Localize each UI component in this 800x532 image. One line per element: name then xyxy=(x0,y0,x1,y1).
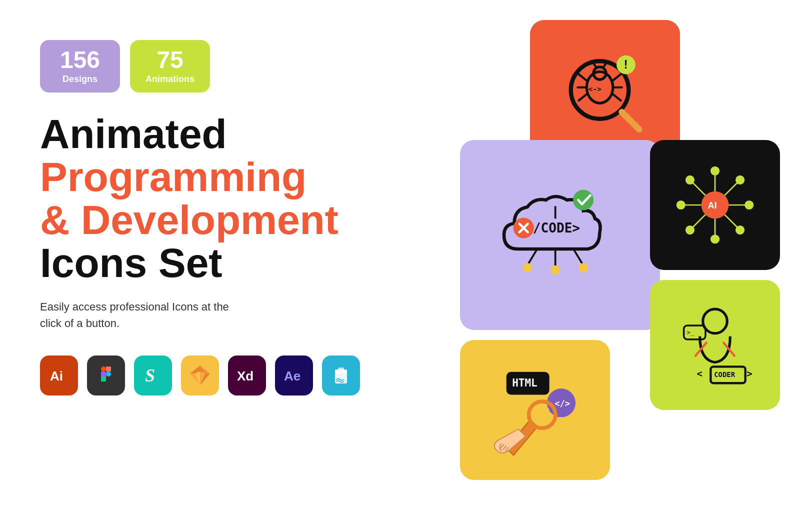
html-wrench-card: HTML </> xyxy=(460,340,610,480)
title-line3: & Development xyxy=(40,198,360,242)
badges-row: 156 Designs 75 Animations xyxy=(40,40,360,92)
svg-text:!: ! xyxy=(624,58,628,71)
sketch-svg-icon xyxy=(187,362,213,388)
tool-illustrator-icon: Ai xyxy=(40,356,78,396)
svg-line-38 xyxy=(528,250,537,266)
iconscout-svg-icon xyxy=(328,362,354,388)
figma-svg-icon xyxy=(93,362,119,388)
cloud-code-icon: </CODE> xyxy=(490,168,630,302)
svg-text:Xd: Xd xyxy=(237,368,254,384)
animations-number: 75 xyxy=(144,48,196,72)
svg-line-25 xyxy=(579,74,587,81)
bug-search-icon: <-> ! xyxy=(552,41,658,139)
svg-text:S: S xyxy=(145,366,155,386)
tool-figma-icon xyxy=(87,356,125,396)
coder-card: CODER < > >_ xyxy=(650,280,780,410)
svg-point-67 xyxy=(703,309,728,334)
svg-point-59 xyxy=(710,166,720,176)
right-panel: <-> ! </CODE> xyxy=(420,20,780,510)
svg-line-30 xyxy=(613,94,621,100)
designs-label: Designs xyxy=(54,74,106,84)
svg-rect-6 xyxy=(101,376,106,382)
animations-badge: 75 Animations xyxy=(130,40,210,92)
coder-icon: CODER < > >_ xyxy=(670,300,760,390)
xd-svg-icon: Xd xyxy=(234,362,260,388)
svg-text:Ai: Ai xyxy=(50,368,63,384)
svg-text:Ae: Ae xyxy=(284,368,300,384)
left-panel: 156 Designs 75 Animations Animated Progr… xyxy=(40,40,360,396)
svg-text:HTML: HTML xyxy=(512,377,538,389)
svg-line-27 xyxy=(579,94,587,100)
title-line4: Icons Set xyxy=(40,242,360,284)
svg-point-63 xyxy=(686,176,694,184)
svg-point-60 xyxy=(710,234,720,244)
svg-rect-4 xyxy=(101,372,106,376)
tool-siteflow-icon: S xyxy=(134,356,172,396)
ai-svg-icon: Ai xyxy=(46,362,72,388)
svg-line-28 xyxy=(613,74,621,81)
svg-text:</>: </> xyxy=(554,398,570,408)
title-line2: Programming xyxy=(40,156,360,198)
svg-point-61 xyxy=(676,200,686,210)
svg-point-41 xyxy=(522,263,532,272)
cloud-code-card: </CODE> xyxy=(460,140,660,330)
svg-point-62 xyxy=(744,200,754,210)
svg-line-40 xyxy=(574,250,584,266)
ae-svg-icon: Ae xyxy=(281,362,307,388)
svg-text:<->: <-> xyxy=(588,84,602,93)
svg-rect-2 xyxy=(101,366,106,372)
tool-ae-icon: Ae xyxy=(275,356,313,396)
main-title: Animated Programming & Development Icons… xyxy=(40,112,360,284)
svg-rect-5 xyxy=(106,372,111,376)
svg-point-64 xyxy=(736,176,744,184)
svg-point-42 xyxy=(550,266,560,275)
bug-search-card: <-> ! xyxy=(530,20,680,160)
title-line1: Animated xyxy=(40,112,360,156)
designs-badge: 156 Designs xyxy=(40,40,120,92)
ai-network-card: AI xyxy=(650,140,780,270)
svg-text:>_: >_ xyxy=(687,329,694,336)
tool-xd-icon: Xd xyxy=(228,356,266,396)
siteflow-svg-icon: S xyxy=(140,362,166,388)
html-wrench-icon: HTML </> xyxy=(482,361,588,459)
tool-sketch-icon xyxy=(181,356,219,396)
svg-text:AI: AI xyxy=(708,200,716,210)
svg-point-45 xyxy=(573,190,594,210)
svg-line-58 xyxy=(724,214,738,228)
svg-line-56 xyxy=(724,182,738,196)
subtitle: Easily access professional Icons at the … xyxy=(40,298,250,332)
svg-rect-81 xyxy=(535,408,550,422)
svg-line-23 xyxy=(622,112,640,130)
svg-line-55 xyxy=(692,182,706,196)
ai-network-icon: AI xyxy=(670,160,760,250)
svg-rect-3 xyxy=(106,366,111,372)
svg-rect-21 xyxy=(338,368,344,370)
svg-point-66 xyxy=(736,226,744,234)
tool-icons-row: Ai S xyxy=(40,356,360,396)
svg-text:>: > xyxy=(746,368,752,379)
tool-iconscout-icon xyxy=(322,356,360,396)
svg-point-65 xyxy=(686,226,694,234)
svg-text:CODER: CODER xyxy=(714,370,735,378)
svg-line-57 xyxy=(692,214,706,228)
animations-label: Animations xyxy=(144,74,196,84)
svg-point-43 xyxy=(578,263,588,272)
designs-number: 156 xyxy=(54,48,106,72)
svg-text:<: < xyxy=(697,368,702,379)
